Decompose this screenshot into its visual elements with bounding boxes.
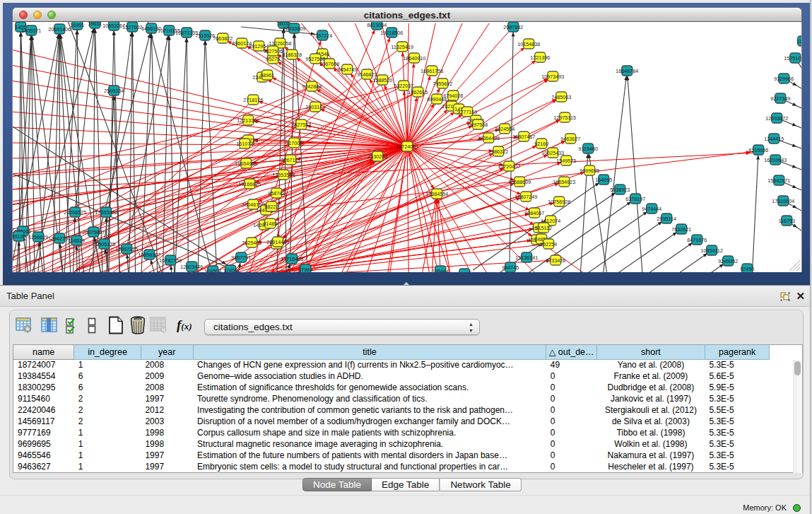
svg-text:1549575: 1549575: [556, 158, 576, 164]
svg-text:8454749: 8454749: [337, 66, 357, 73]
svg-text:12942757: 12942757: [48, 235, 71, 242]
svg-text:95275: 95275: [266, 56, 280, 62]
svg-text:2367608: 2367608: [319, 61, 339, 67]
svg-text:9245052: 9245052: [718, 258, 738, 264]
svg-text:92450: 92450: [740, 266, 754, 272]
svg-text:11325419: 11325419: [392, 44, 413, 50]
svg-text:12975115: 12975115: [554, 115, 576, 121]
svg-text:2505334: 2505334: [104, 88, 124, 94]
svg-text:13353594: 13353594: [272, 172, 295, 178]
svg-text:2718176: 2718176: [243, 97, 263, 103]
svg-text:10688609: 10688609: [508, 179, 531, 185]
svg-text:19654985: 19654985: [235, 160, 257, 167]
svg-text:9115460: 9115460: [579, 146, 598, 152]
svg-text:2803144: 2803144: [305, 104, 325, 110]
svg-text:2087682: 2087682: [503, 24, 523, 30]
svg-text:17353992: 17353992: [95, 209, 117, 216]
svg-text:10154838: 10154838: [517, 41, 540, 47]
svg-text:9084067: 9084067: [524, 210, 544, 216]
svg-text:16648784: 16648784: [616, 68, 638, 74]
svg-text:1588520: 1588520: [372, 77, 392, 83]
svg-text:9699695: 9699695: [579, 168, 599, 174]
svg-text:9242848: 9242848: [302, 83, 322, 90]
svg-text:15720407: 15720407: [498, 163, 520, 170]
svg-text:16210643: 16210643: [764, 157, 787, 163]
svg-text:3624554: 3624554: [495, 126, 514, 132]
svg-text:7357224: 7357224: [312, 33, 332, 39]
svg-text:19631: 19631: [88, 22, 102, 27]
svg-text:9827506: 9827506: [263, 48, 283, 54]
svg-text:915112: 915112: [536, 225, 552, 231]
svg-text:88222: 88222: [264, 204, 278, 210]
svg-text:7986322: 7986322: [488, 148, 508, 155]
svg-text:15751074: 15751074: [784, 55, 802, 62]
svg-text:1244415: 1244415: [764, 136, 784, 142]
svg-text:15716485: 15716485: [281, 256, 303, 262]
svg-text:91489: 91489: [263, 221, 277, 227]
svg-text:1156829: 1156829: [29, 234, 48, 240]
svg-text:1733426: 1733426: [546, 257, 565, 264]
svg-text:17957225: 17957225: [115, 246, 138, 252]
svg-text:12213369: 12213369: [237, 117, 259, 124]
svg-text:10807487: 10807487: [512, 134, 535, 140]
svg-text:9857791: 9857791: [231, 255, 251, 261]
svg-text:5938923: 5938923: [610, 187, 630, 193]
svg-text:2935114: 2935114: [657, 216, 676, 222]
svg-text:20364436: 20364436: [477, 135, 500, 141]
svg-text:8471676: 8471676: [687, 237, 707, 243]
svg-text:9227349: 9227349: [770, 95, 790, 102]
svg-text:15136141: 15136141: [515, 255, 538, 261]
svg-text:8813054: 8813054: [367, 22, 387, 28]
svg-text:6379197: 6379197: [625, 196, 645, 202]
svg-text:12093872: 12093872: [765, 115, 788, 122]
svg-text:18724007: 18724007: [396, 144, 418, 150]
svg-text:8215955: 8215955: [748, 147, 768, 153]
svg-text:7955812: 7955812: [433, 81, 452, 87]
svg-text:19218506: 19218506: [380, 30, 403, 36]
svg-text:11121: 11121: [796, 38, 802, 45]
svg-text:39139: 39139: [13, 233, 25, 240]
svg-text:161073: 161073: [236, 141, 253, 147]
svg-text:17016504: 17016504: [772, 198, 794, 204]
svg-text:20206575: 20206575: [64, 209, 86, 216]
svg-text:9463627: 9463627: [560, 136, 580, 142]
svg-text:9329966: 9329966: [774, 76, 794, 82]
svg-text:62160: 62160: [534, 141, 548, 147]
svg-text:97450: 97450: [223, 267, 237, 272]
svg-text:10973493: 10973493: [541, 74, 564, 80]
svg-text:7632621: 7632621: [671, 226, 691, 233]
svg-text:3267110: 3267110: [281, 157, 300, 163]
svg-text:7625402: 7625402: [242, 240, 261, 246]
svg-text:19654923: 19654923: [553, 179, 575, 185]
svg-text:1527602: 1527602: [122, 24, 142, 30]
svg-text:9777169: 9777169: [457, 109, 477, 115]
svg-text:1405571: 1405571: [21, 28, 41, 34]
svg-text:13226058: 13226058: [269, 40, 291, 47]
svg-text:16782759: 16782759: [159, 257, 182, 264]
svg-text:8427552: 8427552: [291, 122, 311, 128]
svg-text:95100: 95100: [13, 226, 13, 233]
svg-text:12923446: 12923446: [180, 264, 203, 270]
svg-text:164095: 164095: [595, 177, 612, 183]
svg-text:7663822: 7663822: [213, 35, 233, 42]
svg-text:917006: 917006: [286, 140, 302, 146]
svg-text:9474444: 9474444: [642, 206, 661, 212]
svg-text:20691406: 20691406: [48, 26, 71, 33]
svg-text:2530203: 2530203: [367, 153, 387, 160]
svg-text:7515526: 7515526: [195, 33, 215, 39]
svg-text:10025433: 10025433: [541, 150, 564, 156]
svg-text:944745: 944745: [502, 264, 519, 271]
svg-text:10654112: 10654112: [701, 247, 723, 254]
svg-text:6794028: 6794028: [443, 93, 463, 99]
svg-text:16951: 16951: [70, 22, 84, 28]
svg-text:10958107: 10958107: [138, 252, 160, 258]
svg-text:106444: 106444: [432, 268, 449, 272]
svg-text:7485063: 7485063: [551, 94, 571, 100]
svg-text:116753: 116753: [779, 218, 795, 224]
svg-text:10756928: 10756928: [548, 199, 570, 205]
svg-text:20914479: 20914479: [266, 239, 289, 245]
svg-text:18640910: 18640910: [403, 55, 425, 62]
svg-text:12505135: 12505135: [93, 241, 115, 247]
svg-text:87964: 87964: [298, 267, 312, 272]
svg-text:98961: 98961: [260, 72, 274, 78]
